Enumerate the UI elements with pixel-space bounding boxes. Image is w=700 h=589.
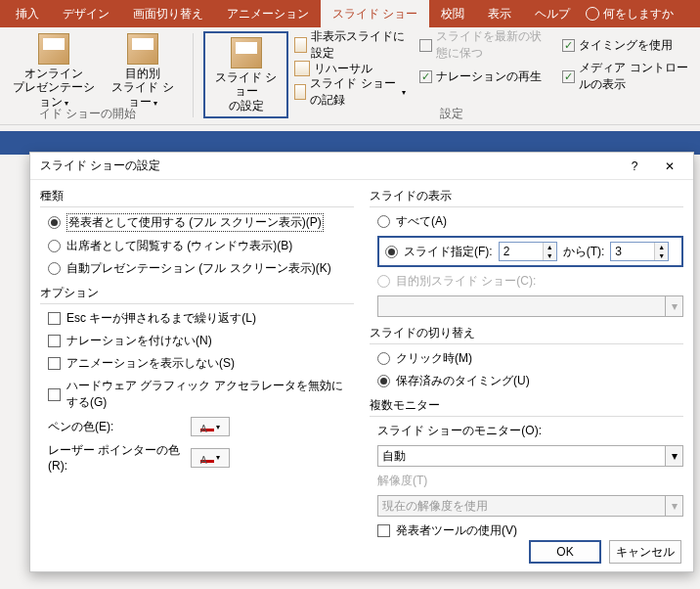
record-button[interactable]: スライド ショーの記録▾ xyxy=(294,82,406,102)
tell-me[interactable]: 何をしますか xyxy=(586,6,674,23)
label: 自動プレゼンテーション (フル スクリーン表示)(K) xyxy=(66,260,331,277)
heading-monitor: 複数モニター xyxy=(370,397,683,416)
field-monitor: 複数モニター スライド ショーのモニター(O): 自動▾ 解像度(T) 現在の解… xyxy=(370,397,683,539)
ok-button[interactable]: OK xyxy=(529,540,601,564)
chevron-down-icon[interactable]: ▾ xyxy=(665,446,682,466)
label: ハードウェア グラフィック アクセラレータを無効にする(G) xyxy=(66,378,354,411)
row-pen-color: ペンの色(E): ▾ xyxy=(48,417,354,436)
ribbon: オンライン プレゼンテーション▾ 目的別 スライド ショー▾ スライド ショー … xyxy=(0,27,700,125)
resolution-combo: 現在の解像度を使用▾ xyxy=(377,495,683,517)
tab-view[interactable]: 表示 xyxy=(476,0,523,27)
use-timing-check[interactable]: タイミングを使用 xyxy=(562,35,694,55)
cancel-button[interactable]: キャンセル xyxy=(609,540,681,564)
label: Esc キーが押されるまで繰り返す(L) xyxy=(66,310,256,327)
tab-transitions[interactable]: 画面切り替え xyxy=(121,0,215,27)
settings-col-3: タイミングを使用 メディア コントロールの表示 xyxy=(562,31,694,86)
pen-color-button[interactable]: ▾ xyxy=(191,417,230,436)
heading-show: スライドの表示 xyxy=(370,188,683,206)
close-button[interactable]: ✕ xyxy=(652,156,687,177)
check-loop[interactable]: Esc キーが押されるまで繰り返す(L) xyxy=(48,310,354,327)
custom-slideshow-button[interactable]: 目的別 スライド ショー▾ xyxy=(103,31,184,111)
spin-down-icon[interactable]: ▼ xyxy=(544,251,556,260)
combo-text xyxy=(378,296,665,316)
radio-icon xyxy=(48,262,61,275)
label: 発表者として使用する (フル スクリーン表示)(P) xyxy=(66,213,324,232)
combo-text: 自動 xyxy=(378,446,665,466)
checkbox-icon xyxy=(48,357,61,370)
radio-auto[interactable]: 自動プレゼンテーション (フル スクリーン表示)(K) xyxy=(48,260,354,277)
custom-show-combo: ▾ xyxy=(377,295,683,317)
spin-up-icon[interactable]: ▲ xyxy=(544,243,556,251)
laser-color-label: レーザー ポインターの色(R): xyxy=(48,442,185,473)
check-presenter-tools[interactable]: 発表者ツールの使用(V) xyxy=(377,522,683,539)
label: クリック時(M) xyxy=(396,350,472,367)
monitor-label: スライド ショーのモニター(O): xyxy=(377,423,683,439)
online-presentation-button[interactable]: オンライン プレゼンテーション▾ xyxy=(6,31,103,111)
divider xyxy=(40,206,354,207)
group-caption-settings: 設定 xyxy=(440,106,463,122)
rehearse-icon xyxy=(294,61,310,76)
radio-all[interactable]: すべて(A) xyxy=(377,213,683,230)
media-controls-check[interactable]: メディア コントロールの表示 xyxy=(562,67,694,86)
resolution-label: 解像度(T) xyxy=(377,473,683,489)
to-label: から(T): xyxy=(563,244,605,260)
custom-show-icon xyxy=(127,33,158,65)
field-advance: スライドの切り替え クリック時(M) 保存済みのタイミング(U) xyxy=(370,325,683,389)
range-label: スライド指定(F): xyxy=(404,244,493,260)
from-spin[interactable]: ▲▼ xyxy=(499,242,557,261)
laser-swatch-icon xyxy=(200,453,214,463)
field-kind: 種類 発表者として使用する (フル スクリーン表示)(P) 出席者として閲覧する… xyxy=(40,188,354,277)
checkbox-icon xyxy=(562,39,575,52)
radio-presenter[interactable]: 発表者として使用する (フル スクリーン表示)(P) xyxy=(48,213,354,232)
divider xyxy=(40,303,354,304)
tab-design[interactable]: デザイン xyxy=(51,0,121,27)
radio-icon xyxy=(48,240,61,252)
chevron-down-icon: ▾ xyxy=(216,423,220,431)
left-column: 種類 発表者として使用する (フル スクリーン表示)(P) 出席者として閲覧する… xyxy=(40,188,362,524)
check-no-anim[interactable]: アニメーションを表示しない(S) xyxy=(48,355,354,372)
checkbox-icon xyxy=(377,524,390,537)
radio-saved-timing[interactable]: 保存済みのタイミング(U) xyxy=(377,373,683,389)
radio-custom-show: 目的別スライド ショー(C): xyxy=(377,273,683,290)
label: 目的別スライド ショー(C): xyxy=(396,273,536,290)
label: アニメーションを表示しない(S) xyxy=(66,355,235,372)
to-spin[interactable]: ▲▼ xyxy=(610,242,669,261)
hide-slide-button[interactable]: 非表示スライドに設定 xyxy=(294,35,406,55)
record-icon xyxy=(294,84,306,100)
to-input[interactable] xyxy=(611,243,654,260)
row-laser-color: レーザー ポインターの色(R): ▾ xyxy=(48,442,354,473)
laser-color-button[interactable]: ▾ xyxy=(191,448,230,468)
help-button[interactable]: ? xyxy=(617,156,652,177)
checkbox-icon xyxy=(48,388,61,401)
label2: の設定 xyxy=(229,99,264,113)
hide-slide-icon xyxy=(294,37,307,53)
tab-slideshow[interactable]: スライド ショー xyxy=(321,0,429,27)
checkbox-icon xyxy=(419,39,432,52)
field-show: スライドの表示 すべて(A) スライド指定(F): ▲▼ から(T): ▲▼ 目… xyxy=(370,188,683,317)
group-caption-start: イド ショーの開始 xyxy=(39,106,136,122)
label: 非表示スライドに設定 xyxy=(311,28,406,62)
check-no-narration[interactable]: ナレーションを付けない(N) xyxy=(48,333,354,349)
radio-attendee[interactable]: 出席者として閲覧する (ウィンドウ表示)(B) xyxy=(48,238,354,254)
ribbon-tabs: 挿入 デザイン 画面切り替え アニメーション スライド ショー 校閲 表示 ヘル… xyxy=(0,0,700,27)
combo-text: 現在の解像度を使用 xyxy=(378,496,665,516)
from-input[interactable] xyxy=(500,243,543,260)
radio-click[interactable]: クリック時(M) xyxy=(377,350,683,367)
pen-swatch-icon xyxy=(200,422,214,431)
setup-slideshow-button[interactable]: スライド ショー の設定 xyxy=(203,31,288,118)
label: ナレーションを付けない(N) xyxy=(66,333,212,349)
tab-review[interactable]: 校閲 xyxy=(429,0,476,27)
label: 保存済みのタイミング(U) xyxy=(396,373,530,389)
radio-icon xyxy=(377,275,390,288)
label: 発表者ツールの使用(V) xyxy=(396,522,517,539)
label: タイミングを使用 xyxy=(579,37,673,54)
tab-animations[interactable]: アニメーション xyxy=(215,0,321,27)
spin-down-icon[interactable]: ▼ xyxy=(655,251,668,260)
play-narration-check[interactable]: ナレーションの再生 xyxy=(419,67,548,86)
tab-help[interactable]: ヘルプ xyxy=(523,0,582,27)
spin-up-icon[interactable]: ▲ xyxy=(655,243,668,251)
radio-range[interactable] xyxy=(385,246,398,258)
check-no-hwaccel[interactable]: ハードウェア グラフィック アクセラレータを無効にする(G) xyxy=(48,378,354,411)
tab-insert[interactable]: 挿入 xyxy=(4,0,51,27)
monitor-combo[interactable]: 自動▾ xyxy=(377,445,683,467)
